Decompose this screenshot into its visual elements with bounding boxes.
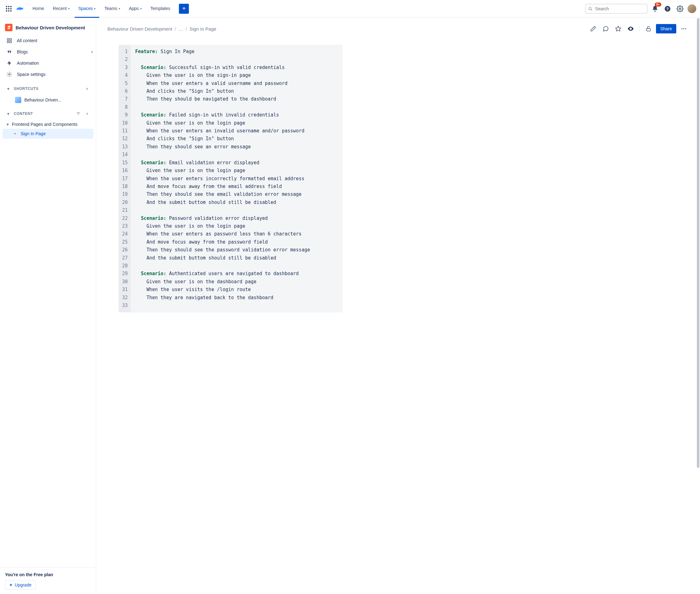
restrictions-button[interactable] <box>643 24 654 34</box>
content-area: 1234567891011121314151617181920212223242… <box>96 34 700 594</box>
nav-spaces-label: Spaces <box>78 6 93 11</box>
bolt-icon <box>6 60 12 66</box>
share-button[interactable]: Share <box>656 24 676 33</box>
sidebar-space-settings[interactable]: Space settings <box>0 69 96 80</box>
nav-templates-label: Templates <box>151 6 170 11</box>
chevron-down-icon: ▾ <box>140 7 142 10</box>
tree-item-label: Sign In Page <box>21 131 45 136</box>
dots-icon <box>681 26 687 32</box>
content-label: CONTENT <box>14 111 72 116</box>
app-switcher-icon[interactable] <box>4 4 14 14</box>
shortcuts-section-header: ▾ SHORTCUTS + <box>0 80 96 95</box>
add-shortcut-button[interactable]: + <box>84 85 91 93</box>
breadcrumb-root[interactable]: Behaviour Driven Development <box>107 26 172 32</box>
tree-item-sign-in-page[interactable]: • Sign In Page <box>2 129 93 139</box>
eye-icon <box>627 25 634 32</box>
nav-teams[interactable]: Teams▾ <box>101 0 124 18</box>
svg-rect-7 <box>8 10 9 11</box>
share-label: Share <box>660 26 672 31</box>
comment-button[interactable] <box>601 24 611 34</box>
breadcrumb-current[interactable]: Sign In Page <box>190 26 216 32</box>
breadcrumb-ellipsis[interactable]: … <box>178 26 183 32</box>
svg-rect-6 <box>6 10 7 11</box>
star-icon <box>615 26 621 32</box>
space-icon <box>5 24 12 31</box>
svg-point-25 <box>681 28 682 29</box>
comment-icon <box>603 26 609 32</box>
add-content-button[interactable]: + <box>84 110 91 118</box>
search-icon <box>588 6 593 11</box>
svg-rect-16 <box>7 41 9 43</box>
sidebar-label: Blogs <box>17 50 28 54</box>
svg-line-10 <box>591 9 592 10</box>
breadcrumb: Behaviour Driven Development / … / Sign … <box>107 26 216 32</box>
help-icon: ? <box>664 5 671 12</box>
edit-button[interactable] <box>588 24 598 34</box>
top-navigation: Home Recent▾ Spaces▾ Teams▾ Apps▾ Templa… <box>0 0 700 18</box>
confluence-logo-icon[interactable] <box>15 4 25 14</box>
shortcut-icon <box>15 97 21 103</box>
space-title: Behaviour Driven Development <box>15 25 85 30</box>
nav-recent[interactable]: Recent▾ <box>49 0 73 18</box>
nav-spaces[interactable]: Spaces▾ <box>75 0 100 18</box>
scrollbar[interactable] <box>696 18 700 594</box>
shortcut-item[interactable]: Behaviour Driven... <box>0 95 96 105</box>
svg-rect-0 <box>6 6 7 7</box>
nav-apps[interactable]: Apps▾ <box>125 0 145 18</box>
sidebar-all-content[interactable]: All content <box>0 35 96 46</box>
svg-rect-14 <box>7 38 9 40</box>
sidebar-label: All content <box>17 38 37 43</box>
svg-point-27 <box>685 28 686 29</box>
chevron-down-icon: ▾ <box>94 7 96 10</box>
tree-item-parent[interactable]: ▾ Frontend Pages and Components <box>0 120 96 129</box>
search-box[interactable] <box>585 4 647 14</box>
chevron-down-icon[interactable]: ▾ <box>5 122 10 127</box>
svg-text:?: ? <box>666 6 669 11</box>
separator <box>639 26 640 32</box>
user-avatar[interactable] <box>688 4 696 13</box>
svg-marker-22 <box>615 26 621 31</box>
chevron-down-icon[interactable]: ▾ <box>5 110 11 117</box>
filter-icon[interactable] <box>75 110 82 118</box>
sidebar-label: Space settings <box>17 72 45 77</box>
sidebar-blogs[interactable]: Blogs + <box>0 46 96 58</box>
create-button[interactable]: + <box>179 4 189 14</box>
svg-rect-4 <box>8 8 9 9</box>
code-content: Feature: Sign In Page Scenario: Successf… <box>131 45 314 312</box>
svg-point-9 <box>589 7 591 9</box>
upgrade-button[interactable]: ✦ Upgrade <box>5 580 36 590</box>
breadcrumb-separator: / <box>175 26 176 32</box>
gear-icon <box>6 71 12 77</box>
pencil-icon <box>590 26 596 32</box>
star-button[interactable] <box>613 24 623 34</box>
help-button[interactable]: ? <box>663 4 672 14</box>
chevron-down-icon[interactable]: ▾ <box>5 86 11 92</box>
svg-rect-17 <box>10 41 11 43</box>
scrollbar-thumb[interactable] <box>697 18 699 468</box>
space-header[interactable]: Behaviour Driven Development <box>0 20 96 35</box>
add-icon[interactable]: + <box>91 50 93 54</box>
bullet-icon: • <box>12 131 18 136</box>
sidebar-automation[interactable]: Automation <box>0 58 96 69</box>
upgrade-label: Upgrade <box>15 583 32 588</box>
svg-rect-3 <box>6 8 7 9</box>
sparkle-icon: ✦ <box>9 583 13 588</box>
search-input[interactable] <box>595 6 644 11</box>
code-block: 1234567891011121314151617181920212223242… <box>119 45 342 312</box>
gear-icon <box>676 5 684 12</box>
notifications-button[interactable]: 9+ <box>650 4 660 14</box>
page-actions: Share <box>588 24 689 34</box>
more-actions-button[interactable] <box>679 24 689 34</box>
nav-home-label: Home <box>32 6 44 11</box>
chevron-down-icon: ▾ <box>68 7 70 10</box>
watch-button[interactable] <box>626 24 636 34</box>
svg-point-13 <box>679 8 681 10</box>
unlock-icon <box>645 26 652 32</box>
sidebar: Behaviour Driven Development All content… <box>0 18 96 594</box>
nav-recent-label: Recent <box>53 6 67 11</box>
nav-home[interactable]: Home <box>29 0 48 18</box>
nav-templates[interactable]: Templates <box>147 0 174 18</box>
settings-button[interactable] <box>675 4 685 14</box>
nav-teams-label: Teams <box>104 6 117 11</box>
svg-point-23 <box>630 28 631 29</box>
